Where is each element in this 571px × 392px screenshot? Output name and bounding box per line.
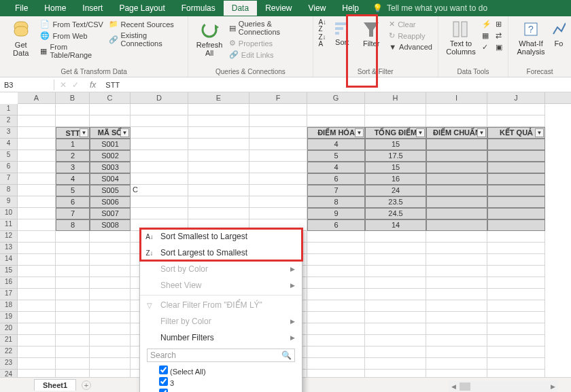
cell[interactable] xyxy=(56,115,90,127)
row-header[interactable]: 3 xyxy=(0,127,18,139)
filter-check-select-all[interactable]: (Select All) xyxy=(159,365,295,376)
cell-diem-hoa[interactable]: 9 xyxy=(307,208,365,219)
cell[interactable] xyxy=(188,185,249,196)
cell[interactable] xyxy=(249,104,307,115)
cell[interactable] xyxy=(487,323,545,335)
cell[interactable] xyxy=(90,277,131,289)
edit-links-button[interactable]: 🔗Edit Links xyxy=(229,50,307,60)
cell[interactable] xyxy=(56,231,90,243)
cell[interactable] xyxy=(18,289,56,300)
header-ket-qua[interactable]: KẾT QUẢ▼ xyxy=(487,127,545,139)
cell[interactable] xyxy=(18,323,56,335)
cell[interactable] xyxy=(307,231,365,243)
cell-diem-hoa[interactable]: 4 xyxy=(307,139,365,150)
cell[interactable] xyxy=(487,115,545,127)
cell[interactable] xyxy=(307,312,365,323)
header-diem-chuan[interactable]: ĐIỂM CHUẨN▼ xyxy=(426,127,487,139)
cell[interactable] xyxy=(90,266,131,277)
cell[interactable]: C xyxy=(131,185,188,196)
formula-input[interactable]: STT xyxy=(101,79,124,90)
column-header-H[interactable]: H xyxy=(365,92,426,103)
sheet-tab-active[interactable]: Sheet1 xyxy=(34,379,76,391)
cell[interactable] xyxy=(131,150,188,162)
cell-diem-hoa[interactable]: 7 xyxy=(307,185,365,196)
cell[interactable] xyxy=(249,173,307,185)
column-header-I[interactable]: I xyxy=(426,92,487,103)
tell-me-box[interactable]: 💡Tell me what you want to do xyxy=(373,3,487,13)
filter-dropdown-icon[interactable]: ▼ xyxy=(477,128,486,137)
cell[interactable] xyxy=(188,104,249,115)
cell[interactable] xyxy=(18,115,56,127)
cell[interactable] xyxy=(365,254,426,266)
cell[interactable] xyxy=(56,289,90,300)
row-header[interactable]: 2 xyxy=(0,115,18,127)
cell[interactable] xyxy=(18,162,56,173)
tab-formulas[interactable]: Formulas xyxy=(173,1,224,16)
cell-diem-chuan[interactable] xyxy=(426,219,487,231)
add-sheet-button[interactable]: + xyxy=(82,380,91,390)
cell[interactable] xyxy=(365,277,426,289)
refresh-all-button[interactable]: Refresh All xyxy=(194,19,224,58)
cell-diem-chuan[interactable] xyxy=(426,139,487,150)
row-header[interactable]: 7 xyxy=(0,173,18,185)
cell-stt[interactable]: 5 xyxy=(56,185,90,196)
cell[interactable] xyxy=(90,335,131,346)
tab-insert[interactable]: Insert xyxy=(74,1,111,16)
menu-sort-color[interactable]: Sort by Color▶ xyxy=(140,261,302,277)
column-header-J[interactable]: J xyxy=(487,92,545,103)
cell[interactable] xyxy=(249,208,307,219)
cell[interactable] xyxy=(18,312,56,323)
column-header-C[interactable]: C xyxy=(90,92,131,103)
cell[interactable] xyxy=(365,243,426,254)
tab-file[interactable]: File xyxy=(7,1,36,16)
cell-tong-diem[interactable]: 14 xyxy=(365,219,426,231)
cell[interactable] xyxy=(18,173,56,185)
cell[interactable] xyxy=(18,266,56,277)
cell[interactable] xyxy=(56,335,90,346)
cell[interactable] xyxy=(426,277,487,289)
cell[interactable] xyxy=(90,243,131,254)
cell[interactable] xyxy=(18,231,56,243)
cell-stt[interactable]: 2 xyxy=(56,150,90,162)
cell[interactable] xyxy=(365,104,426,115)
filter-dropdown-icon[interactable]: ▼ xyxy=(80,128,88,137)
column-header-G[interactable]: G xyxy=(307,92,365,103)
cell[interactable] xyxy=(18,277,56,289)
cell[interactable] xyxy=(365,323,426,335)
cell-stt[interactable]: 8 xyxy=(56,219,90,231)
cell[interactable] xyxy=(426,312,487,323)
tab-help[interactable]: Help xyxy=(334,1,367,16)
cell[interactable] xyxy=(249,139,307,150)
row-header[interactable]: 20 xyxy=(0,323,18,335)
row-header[interactable]: 8 xyxy=(0,185,18,196)
cell[interactable] xyxy=(188,127,249,139)
forecast-sheet-button[interactable]: Fo xyxy=(552,19,566,49)
scroll-left-icon[interactable]: ◀ xyxy=(449,383,458,390)
cell[interactable] xyxy=(487,243,545,254)
cell-diem-hoa[interactable]: 8 xyxy=(307,196,365,208)
cell[interactable] xyxy=(487,335,545,346)
cell[interactable] xyxy=(307,254,365,266)
filter-dropdown-icon[interactable]: ▼ xyxy=(120,128,129,137)
tab-review[interactable]: Review xyxy=(257,1,300,16)
cell[interactable] xyxy=(487,104,545,115)
tab-home[interactable]: Home xyxy=(36,1,74,16)
header-tong-diem[interactable]: TỔNG ĐIỂM▼ xyxy=(365,127,426,139)
what-if-button[interactable]: ? What-If Analysis xyxy=(514,19,548,57)
cell-diem-chuan[interactable] xyxy=(426,185,487,196)
cell[interactable] xyxy=(90,312,131,323)
cell-tong-diem[interactable]: 15 xyxy=(365,139,426,150)
horizontal-scrollbar[interactable]: ◀ ▶ xyxy=(449,381,557,392)
column-header-F[interactable]: F xyxy=(249,92,307,103)
cell[interactable] xyxy=(18,196,56,208)
from-table-range-button[interactable]: ▦From Table/Range xyxy=(40,42,104,60)
cell[interactable] xyxy=(131,196,188,208)
cell[interactable] xyxy=(487,300,545,312)
cell[interactable] xyxy=(426,300,487,312)
row-header[interactable]: 14 xyxy=(0,254,18,266)
filter-dropdown-icon[interactable]: ▼ xyxy=(355,128,364,137)
relationships-button[interactable]: ⇄ xyxy=(496,31,502,41)
header-diem-hoa[interactable]: ĐIỂM HÓA▼ xyxy=(307,127,365,139)
row-header[interactable]: 15 xyxy=(0,266,18,277)
cell[interactable] xyxy=(188,115,249,127)
